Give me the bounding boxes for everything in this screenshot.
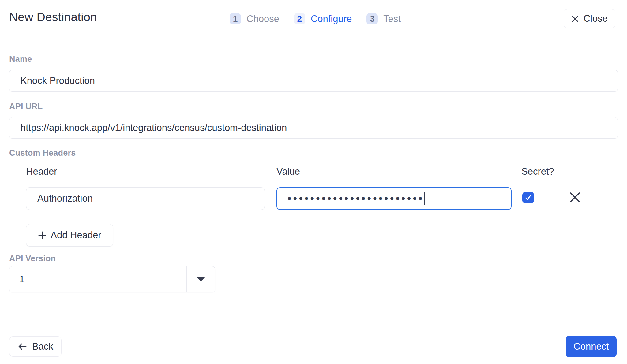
step-label: Test (383, 13, 401, 24)
column-value-label: Value (276, 166, 300, 177)
close-icon (571, 15, 579, 23)
back-button-label: Back (32, 341, 53, 352)
page-title: New Destination (9, 10, 97, 24)
plus-icon (38, 231, 47, 240)
delete-header-row-button[interactable] (568, 190, 582, 204)
api-url-input[interactable]: https://api.knock.app/v1/integrations/ce… (9, 117, 618, 139)
text-cursor (424, 192, 425, 205)
connect-button[interactable]: Connect (566, 336, 617, 357)
connect-button-label: Connect (573, 341, 609, 352)
header-name-input[interactable]: Authorization (26, 187, 265, 210)
wizard-stepper: 1 Choose 2 Configure 3 Test (230, 13, 401, 24)
step-number-badge: 1 (230, 13, 241, 24)
chevron-down-icon (197, 277, 205, 282)
api-url-input-value: https://api.knock.app/v1/integrations/ce… (21, 122, 287, 133)
masked-secret-value: •••••••••••••••••••••••• (287, 187, 424, 210)
step-choose[interactable]: 1 Choose (230, 13, 279, 24)
checkmark-icon (524, 194, 532, 201)
secret-checkbox[interactable] (522, 192, 534, 203)
close-button[interactable]: Close (564, 9, 615, 28)
api-version-select[interactable]: 1 (9, 266, 215, 292)
column-secret-label: Secret? (521, 166, 554, 177)
name-input-value: Knock Production (21, 75, 95, 86)
step-number-badge: 3 (366, 13, 378, 24)
custom-headers-label: Custom Headers (9, 148, 76, 158)
new-destination-dialog: New Destination 1 Choose 2 Configure 3 T… (0, 0, 627, 364)
step-label: Choose (246, 13, 279, 24)
close-button-label: Close (584, 13, 608, 24)
x-icon (569, 191, 581, 203)
add-header-button-label: Add Header (51, 230, 101, 241)
api-url-label: API URL (9, 102, 43, 111)
api-version-label: API Version (9, 254, 56, 263)
step-label: Configure (311, 13, 352, 24)
api-version-selected-value: 1 (9, 266, 187, 292)
add-header-button[interactable]: Add Header (26, 224, 113, 247)
column-header-label: Header (26, 166, 57, 177)
select-caret-area[interactable] (187, 266, 215, 292)
step-configure[interactable]: 2 Configure (294, 13, 352, 24)
header-name-input-value: Authorization (37, 193, 93, 204)
step-test[interactable]: 3 Test (366, 13, 401, 24)
arrow-left-icon (17, 342, 27, 351)
name-input[interactable]: Knock Production (9, 70, 618, 92)
step-number-badge: 2 (294, 13, 305, 24)
header-value-input[interactable]: •••••••••••••••••••••••• (276, 187, 512, 210)
name-label: Name (9, 54, 32, 64)
back-button[interactable]: Back (9, 336, 62, 357)
